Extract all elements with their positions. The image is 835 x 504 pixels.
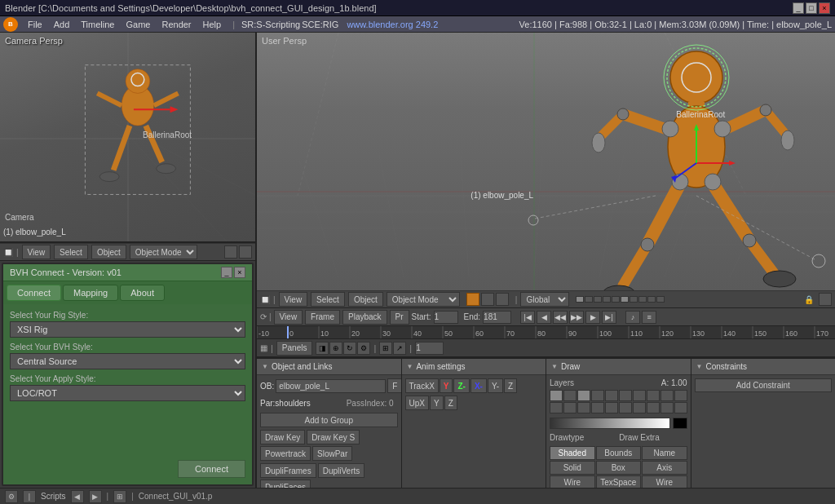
step-back-btn[interactable]: ◀: [537, 311, 551, 324]
connect-button[interactable]: Connect: [178, 460, 245, 478]
apply-style-select[interactable]: LOC/ROT: [10, 385, 245, 401]
draw-key-btn[interactable]: Draw Key: [260, 430, 305, 444]
go-start-btn[interactable]: |◀: [520, 311, 535, 324]
viewport-icon[interactable]: [496, 293, 509, 306]
minimize-btn[interactable]: _: [793, 2, 804, 14]
layer-17[interactable]: [633, 402, 646, 413]
tab-mapping[interactable]: Mapping: [63, 285, 118, 301]
shaded-btn[interactable]: Shaded: [550, 446, 595, 460]
play-back-btn[interactable]: ◀◀: [553, 311, 568, 324]
up-y-btn[interactable]: Y: [430, 396, 444, 410]
prev-script-btn[interactable]: ◀: [71, 490, 84, 503]
track-x-btn[interactable]: TrackX: [405, 378, 439, 393]
layer-18[interactable]: [647, 402, 660, 413]
layer-14[interactable]: [591, 402, 604, 413]
panel-icon-6[interactable]: ↗: [393, 342, 406, 355]
frame-input[interactable]: [415, 342, 444, 355]
dupli-frames-btn[interactable]: DupliFrames: [260, 463, 316, 478]
up-x-btn[interactable]: UpX: [405, 396, 429, 410]
dupli-faces-btn[interactable]: DupliFaces: [260, 480, 311, 488]
main-mode-select[interactable]: Object Mode: [387, 292, 460, 307]
layer-5[interactable]: [605, 390, 618, 401]
render-icon[interactable]: [481, 293, 494, 306]
layer-2[interactable]: [563, 390, 577, 401]
layer-13[interactable]: [577, 402, 590, 413]
y-btn[interactable]: Y: [440, 378, 453, 393]
menu-timeline[interactable]: Timeline: [76, 18, 119, 31]
layer-9[interactable]: [660, 390, 674, 401]
add-group-btn[interactable]: Add to Group: [260, 413, 398, 427]
main-3d-viewport[interactable]: User Persp BallerinaRoot (1) elbow_pole_…: [257, 33, 835, 290]
blender-url[interactable]: www.blender.org 249.2: [347, 20, 438, 29]
maximize-btn[interactable]: □: [806, 2, 817, 14]
sync-btn[interactable]: ≡: [642, 311, 656, 324]
tab-about[interactable]: About: [120, 285, 165, 301]
layer-10[interactable]: [674, 390, 687, 401]
draw-key-s-btn[interactable]: Draw Key S: [307, 430, 360, 444]
step-fwd-btn[interactable]: ▶: [585, 311, 600, 324]
main-object-btn[interactable]: Object: [348, 292, 383, 307]
bvh-close-btn[interactable]: ×: [234, 267, 245, 278]
texspace-btn[interactable]: TexSpace: [596, 475, 642, 488]
panel-icon-4[interactable]: ⚙: [357, 342, 370, 355]
panel-icon-5[interactable]: ⊞: [379, 342, 392, 355]
layer-3[interactable]: [577, 390, 590, 401]
left-settings-icon[interactable]: [239, 245, 252, 259]
main-view-btn[interactable]: View: [279, 292, 308, 307]
z-btn[interactable]: Z: [504, 378, 517, 393]
status-icon-2[interactable]: |: [23, 490, 36, 503]
tl-playback-btn[interactable]: Playback: [342, 310, 387, 325]
layer-11[interactable]: [550, 402, 563, 413]
rig-style-select[interactable]: XSI Rig: [10, 321, 245, 338]
dupli-verts-btn[interactable]: DupliVerts: [318, 463, 365, 478]
left-object-btn[interactable]: Object: [91, 245, 126, 259]
bvh-style-select[interactable]: Central Source: [10, 353, 245, 369]
solid-btn[interactable]: Solid: [550, 461, 595, 475]
panel-icon-3[interactable]: ↻: [343, 342, 356, 355]
camera-icon[interactable]: [819, 293, 832, 306]
menu-render[interactable]: Render: [157, 18, 196, 31]
tab-connect[interactable]: Connect: [7, 285, 61, 301]
box-btn[interactable]: Box: [596, 461, 642, 475]
slow-par-btn[interactable]: SlowPar: [312, 446, 352, 461]
layer-20[interactable]: [674, 402, 687, 413]
left-select-btn[interactable]: Select: [54, 245, 88, 259]
name-btn[interactable]: Name: [642, 446, 687, 460]
layer-16[interactable]: [619, 402, 632, 413]
global-select[interactable]: Global: [520, 292, 569, 307]
tl-frame-btn[interactable]: Frame: [305, 310, 340, 325]
x-minus-btn[interactable]: X-: [471, 378, 487, 393]
status-icon-3[interactable]: ⊞: [113, 490, 126, 503]
powertrack-btn[interactable]: Powertrack: [260, 446, 311, 461]
layer-4[interactable]: [591, 390, 604, 401]
audio-btn[interactable]: ♪: [625, 311, 640, 324]
workspace-tab[interactable]: SR:S-Scripting: [241, 20, 300, 29]
y-minus-btn[interactable]: Y-: [488, 378, 503, 393]
layer-6[interactable]: [619, 390, 632, 401]
panels-btn[interactable]: Panels: [276, 341, 313, 356]
layer-12[interactable]: [563, 402, 577, 413]
tl-view-btn[interactable]: View: [274, 310, 303, 325]
left-view-btn[interactable]: View: [22, 245, 51, 259]
tl-pr-btn[interactable]: Pr: [390, 310, 409, 325]
menu-game[interactable]: Game: [121, 18, 155, 31]
go-end-btn[interactable]: ▶|: [602, 311, 616, 324]
up-z-btn[interactable]: Z: [444, 396, 457, 410]
next-script-btn[interactable]: ▶: [89, 490, 102, 503]
main-select-btn[interactable]: Select: [311, 292, 345, 307]
left-mode-select[interactable]: Object Mode: [130, 245, 197, 259]
layer-15[interactable]: [605, 402, 618, 413]
status-icon-1[interactable]: ⚙: [5, 490, 18, 503]
ob-input[interactable]: [276, 379, 386, 393]
menu-add[interactable]: Add: [49, 18, 75, 31]
wire-btn[interactable]: Wire: [550, 475, 595, 488]
alpha-bar[interactable]: [550, 418, 670, 429]
left-layers-icon[interactable]: [224, 245, 237, 259]
scene-tab[interactable]: SCE:RIG: [302, 20, 338, 29]
add-constraint-btn[interactable]: Add Constraint: [695, 378, 833, 392]
layer-19[interactable]: [660, 402, 674, 413]
close-btn[interactable]: ×: [819, 2, 830, 14]
tl-end-input[interactable]: [483, 311, 511, 324]
axis-btn[interactable]: Axis: [642, 461, 687, 475]
f-btn[interactable]: F: [387, 378, 400, 393]
